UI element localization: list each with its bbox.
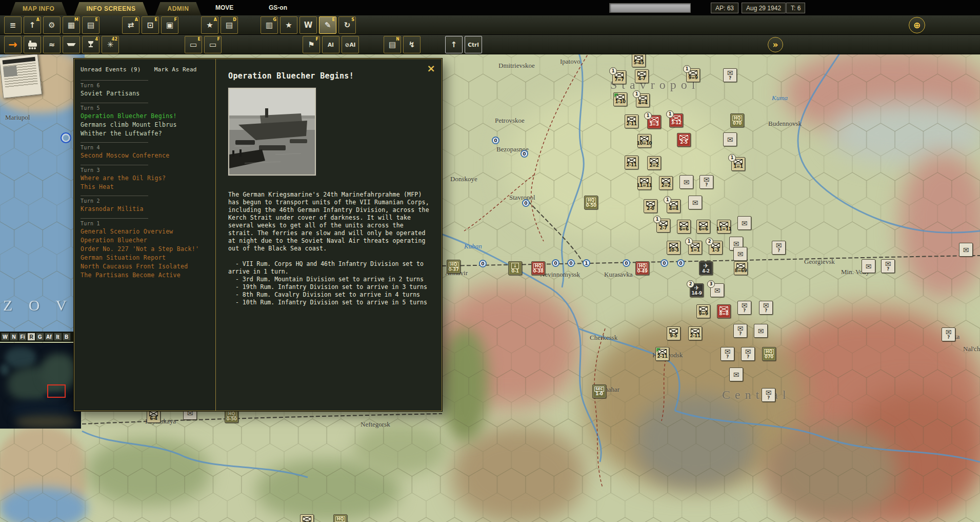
mark-as-read-button[interactable]: Mark As Read — [154, 66, 197, 73]
unit-counter[interactable] — [733, 247, 747, 261]
map-modes-button[interactable]: ▦ M — [63, 16, 80, 34]
menu-tab[interactable]: MAP INFO — [10, 2, 67, 15]
jump-button[interactable]: ⇄ A — [122, 16, 139, 34]
map-filter-button[interactable]: It — [54, 333, 62, 341]
unit-counter[interactable]: ? — [733, 324, 747, 338]
unit-counter[interactable]: 2-11 — [688, 326, 702, 340]
event-list-item[interactable]: This Heat — [81, 182, 215, 191]
unit-counter[interactable]: 2-0 — [644, 199, 657, 213]
event-list-item[interactable]: Krasnodar Militia — [81, 205, 215, 214]
event-list-item[interactable]: Whither the Luftwaffe? — [81, 129, 215, 138]
map-filter-button[interactable]: G — [36, 333, 44, 341]
unit-mode-f-button[interactable]: ▭ F — [204, 36, 222, 53]
unit-counter[interactable]: 2-11 — [655, 347, 669, 361]
unit-counter[interactable] — [688, 196, 702, 209]
event-list-item[interactable]: North Caucasus Front Isolated — [81, 262, 215, 270]
gs-toggle[interactable]: GS-on — [269, 4, 287, 11]
weather-button[interactable]: ✳ 42 — [102, 36, 119, 53]
ai-button[interactable]: AI — [322, 36, 339, 53]
unit-counter[interactable]: 1-10 — [613, 92, 627, 106]
unit-counter[interactable]: 2 1-3 — [709, 241, 723, 255]
event-list-item[interactable]: Where are the Oil Rigs? — [81, 173, 215, 182]
unit-counter[interactable]: ? — [699, 175, 713, 189]
unit-counter[interactable]: 1 4=4 — [636, 93, 650, 107]
event-log-button[interactable]: ▤ E — [82, 16, 99, 34]
unit-counter[interactable]: 2-11 — [625, 114, 638, 128]
unit-counter[interactable]: 6=6 — [696, 220, 710, 234]
unit-counter[interactable] — [754, 324, 768, 338]
unit-counter[interactable]: 1 3=3 — [647, 115, 661, 129]
unit-counter[interactable]: 10=10 — [637, 134, 651, 148]
menu-tab[interactable]: INFO SCREENS — [74, 2, 148, 15]
unit-counter[interactable]: 0-49 — [635, 261, 649, 275]
unit-counter[interactable]: ? — [721, 347, 734, 361]
unit-counter[interactable]: 1 2-7 — [656, 219, 670, 233]
unit-counter[interactable]: ? — [723, 68, 737, 82]
unit-counter[interactable]: 0-50 — [584, 196, 598, 209]
close-icon[interactable]: × — [427, 62, 435, 74]
naval-move-button[interactable] — [63, 36, 80, 53]
unit-counter[interactable]: 2 14-9 — [690, 283, 704, 297]
unit-counter[interactable]: 3 — [710, 283, 724, 297]
unit-counter[interactable]: 0-37 — [447, 260, 461, 274]
unit-counter[interactable]: 8=69 — [734, 261, 748, 275]
supply-button[interactable]: 4 — [82, 36, 99, 53]
map-filter-button[interactable]: N — [10, 333, 18, 341]
map-filter-button[interactable]: Fi — [18, 333, 27, 341]
unit-list-button[interactable]: ≡ — [4, 16, 22, 34]
unit-counter[interactable]: ? — [762, 388, 775, 402]
unit-counter[interactable]: 8=8 — [717, 304, 731, 318]
unit-mode-e-button[interactable]: ▭ E — [185, 36, 202, 53]
unit-counter[interactable]: 1-0 — [592, 384, 606, 398]
event-list-item[interactable]: General Scenario Overview — [81, 227, 215, 236]
unit-counter[interactable]: 2-5 — [677, 133, 691, 147]
unit-counter[interactable]: ? — [737, 301, 751, 315]
frames-button[interactable]: ▣ F — [161, 16, 178, 34]
objectives-button[interactable]: ⚑ F — [303, 36, 320, 53]
settings-button[interactable]: ⚙ — [43, 16, 61, 34]
map-filter-button[interactable]: B — [63, 333, 71, 341]
unit-counter[interactable]: 1 1=1 — [688, 241, 702, 255]
unit-counter[interactable]: 070 — [762, 347, 776, 361]
event-list-item[interactable]: The Partisans Become Active — [81, 270, 215, 279]
unit-counter[interactable]: 1 1=1 — [731, 157, 745, 171]
unit-counter[interactable]: 4-2 — [699, 261, 713, 275]
shift-key-button[interactable]: ↑ — [445, 36, 463, 53]
event-list-item[interactable]: Germans climb Mount Elbrus — [81, 120, 215, 129]
export-button[interactable]: ⊡ E — [142, 16, 159, 34]
unit-counter[interactable] — [723, 132, 737, 146]
unit-counter[interactable]: 6-4 — [147, 409, 161, 423]
unit-counter[interactable]: 1 3-12 — [669, 113, 683, 127]
war-report-button[interactable]: W — [299, 16, 317, 34]
map-filter-button[interactable]: R — [27, 333, 35, 341]
unit-counter[interactable]: ? — [759, 301, 773, 315]
ai-off-button[interactable]: ⊘AI — [342, 36, 359, 53]
unit-counter[interactable] — [862, 259, 875, 273]
unit-counter[interactable]: 0-1 — [508, 261, 522, 275]
info-screens-button[interactable]: ✎ E — [319, 16, 336, 34]
event-list-item[interactable]: Operation Bluecher — [81, 236, 215, 244]
newspaper-event-icon[interactable] — [0, 53, 42, 99]
unit-counter[interactable]: ? — [772, 241, 786, 255]
unit-counter[interactable]: 6-4 — [300, 514, 314, 522]
signal-button[interactable]: ↯ — [403, 36, 421, 53]
unit-counter[interactable]: 0-38 — [531, 261, 545, 275]
unit-counter[interactable]: 1 4=4 — [667, 199, 681, 213]
movement-mode-button[interactable]: → — [4, 36, 22, 53]
scroll-right-button[interactable]: » — [768, 37, 783, 52]
unit-counter[interactable]: 1 7=7 — [612, 70, 626, 84]
notes-button[interactable]: ▤ D — [221, 16, 238, 34]
unit-counter[interactable]: 10-3 — [667, 241, 681, 255]
ctrl-key-button[interactable]: Ctrl — [465, 36, 482, 53]
event-list-item[interactable]: German Situation Report — [81, 253, 215, 262]
amphibious-button[interactable]: ≈ — [43, 36, 61, 53]
unit-counter[interactable] — [959, 243, 973, 257]
event-list-item[interactable]: Operation Bluecher Begins! — [81, 111, 215, 120]
minimap[interactable] — [0, 343, 81, 429]
unit-counter[interactable]: 5-45 — [632, 53, 646, 67]
unit-counter[interactable]: 1 9=9 — [686, 68, 700, 82]
menu-tab[interactable]: ADMIN — [155, 2, 201, 15]
unit-counter[interactable]: ? — [741, 347, 755, 361]
event-list-item[interactable]: Soviet Partisans — [81, 89, 215, 98]
unit-counter[interactable]: 070 — [730, 113, 744, 127]
